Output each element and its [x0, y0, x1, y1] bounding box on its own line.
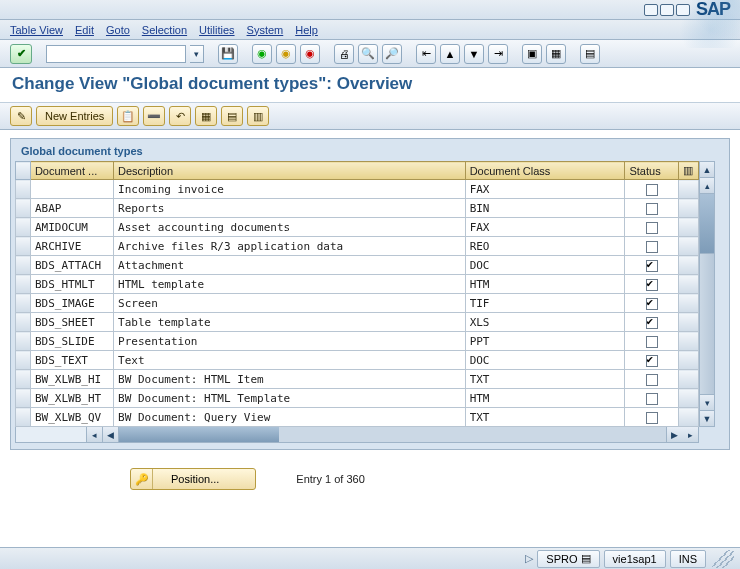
cell-doc-type[interactable]: BDS_HTMLT [30, 275, 113, 294]
cell-doc-type[interactable]: BDS_TEXT [30, 351, 113, 370]
cell-doc-type[interactable]: ABAP [30, 199, 113, 218]
cancel-button[interactable]: ◉ [300, 44, 320, 64]
status-checkbox[interactable] [646, 279, 658, 291]
table-row[interactable]: BDS_ATTACHAttachmentDOC [16, 256, 699, 275]
cell-doc-class[interactable]: FAX [465, 180, 625, 199]
cell-description[interactable]: Incoming invoice [114, 180, 466, 199]
menu-utilities[interactable]: Utilities [199, 24, 234, 36]
row-selector[interactable] [16, 180, 31, 199]
cell-doc-class[interactable]: HTM [465, 275, 625, 294]
scroll-up-step-icon[interactable]: ▴ [700, 178, 714, 194]
find-next-button[interactable]: 🔎 [382, 44, 402, 64]
cell-status[interactable] [625, 332, 678, 351]
cell-doc-class[interactable]: DOC [465, 256, 625, 275]
row-selector[interactable] [16, 313, 31, 332]
cell-status[interactable] [625, 408, 678, 427]
scroll-down-step-icon[interactable]: ▾ [700, 394, 714, 410]
row-selector[interactable] [16, 389, 31, 408]
cell-description[interactable]: Screen [114, 294, 466, 313]
menu-system[interactable]: System [247, 24, 284, 36]
cell-status[interactable] [625, 294, 678, 313]
menu-goto[interactable]: Goto [106, 24, 130, 36]
scroll-last-icon[interactable]: ▸ [683, 427, 699, 442]
status-checkbox[interactable] [646, 241, 658, 253]
cell-description[interactable]: HTML template [114, 275, 466, 294]
close-icon[interactable] [676, 4, 690, 16]
col-doc-type[interactable]: Document ... [30, 162, 113, 180]
table-row[interactable]: AMIDOCUMAsset accounting documentsFAX [16, 218, 699, 237]
save-button[interactable]: 💾 [218, 44, 238, 64]
cell-doc-type[interactable]: BDS_SHEET [30, 313, 113, 332]
cell-doc-type[interactable]: BW_XLWB_QV [30, 408, 113, 427]
cell-status[interactable] [625, 275, 678, 294]
row-selector[interactable] [16, 237, 31, 256]
next-page-button[interactable]: ▼ [464, 44, 484, 64]
row-selector[interactable] [16, 275, 31, 294]
shortcut-button[interactable]: ▦ [546, 44, 566, 64]
menu-help[interactable]: Help [295, 24, 318, 36]
last-page-button[interactable]: ⇥ [488, 44, 508, 64]
prev-page-button[interactable]: ▲ [440, 44, 460, 64]
cell-doc-class[interactable]: TXT [465, 370, 625, 389]
status-checkbox[interactable] [646, 317, 658, 329]
cell-doc-class[interactable]: XLS [465, 313, 625, 332]
select-all-button[interactable]: ▦ [195, 106, 217, 126]
exit-button[interactable]: ◉ [276, 44, 296, 64]
status-checkbox[interactable] [646, 298, 658, 310]
table-row[interactable]: Incoming invoiceFAX [16, 180, 699, 199]
row-selector[interactable] [16, 218, 31, 237]
row-selector[interactable] [16, 294, 31, 313]
menu-edit[interactable]: Edit [75, 24, 94, 36]
undo-button[interactable]: ↶ [169, 106, 191, 126]
cell-description[interactable]: Text [114, 351, 466, 370]
status-checkbox[interactable] [646, 260, 658, 272]
cell-description[interactable]: Reports [114, 199, 466, 218]
cell-description[interactable]: Table template [114, 313, 466, 332]
table-row[interactable]: BDS_TEXTTextDOC [16, 351, 699, 370]
position-button[interactable]: 🔑 Position... [130, 468, 256, 490]
enter-button[interactable]: ✔ [10, 44, 32, 64]
menu-tableview[interactable]: Table View [10, 24, 63, 36]
first-page-button[interactable]: ⇤ [416, 44, 436, 64]
scroll-down-icon[interactable]: ▼ [700, 410, 714, 426]
copy-as-button[interactable]: 📋 [117, 106, 139, 126]
row-selector[interactable] [16, 199, 31, 218]
cell-doc-class[interactable]: DOC [465, 351, 625, 370]
table-row[interactable]: ABAPReportsBIN [16, 199, 699, 218]
cell-doc-class[interactable]: PPT [465, 332, 625, 351]
cell-status[interactable] [625, 370, 678, 389]
command-field[interactable] [46, 45, 186, 63]
cell-description[interactable]: Attachment [114, 256, 466, 275]
cell-doc-class[interactable]: TXT [465, 408, 625, 427]
cell-doc-class[interactable]: BIN [465, 199, 625, 218]
cell-description[interactable]: BW Document: Query View [114, 408, 466, 427]
status-checkbox[interactable] [646, 393, 658, 405]
restore-icon[interactable] [660, 4, 674, 16]
menu-selection[interactable]: Selection [142, 24, 187, 36]
find-button[interactable]: 🔍 [358, 44, 378, 64]
select-block-button[interactable]: ▤ [221, 106, 243, 126]
new-entries-button[interactable]: New Entries [36, 106, 113, 126]
table-row[interactable]: BW_XLWB_QVBW Document: Query ViewTXT [16, 408, 699, 427]
cell-description[interactable]: Presentation [114, 332, 466, 351]
cell-status[interactable] [625, 351, 678, 370]
status-checkbox[interactable] [646, 184, 658, 196]
table-row[interactable]: ARCHIVEArchive files R/3 application dat… [16, 237, 699, 256]
cell-description[interactable]: BW Document: HTML Template [114, 389, 466, 408]
col-status[interactable]: Status [625, 162, 678, 180]
message-area-toggle[interactable]: ▷ [525, 552, 533, 565]
status-checkbox[interactable] [646, 203, 658, 215]
scroll-first-icon[interactable]: ◂ [86, 427, 102, 442]
cell-doc-type[interactable]: BDS_ATTACH [30, 256, 113, 275]
cell-status[interactable] [625, 218, 678, 237]
cell-description[interactable]: Archive files R/3 application data [114, 237, 466, 256]
select-all-rows[interactable] [16, 162, 31, 180]
cell-status[interactable] [625, 199, 678, 218]
table-row[interactable]: BW_XLWB_HTBW Document: HTML TemplateHTM [16, 389, 699, 408]
minimize-icon[interactable] [644, 4, 658, 16]
print-button[interactable]: 🖨 [334, 44, 354, 64]
status-checkbox[interactable] [646, 222, 658, 234]
status-checkbox[interactable] [646, 355, 658, 367]
cell-doc-type[interactable]: AMIDOCUM [30, 218, 113, 237]
new-session-button[interactable]: ▣ [522, 44, 542, 64]
